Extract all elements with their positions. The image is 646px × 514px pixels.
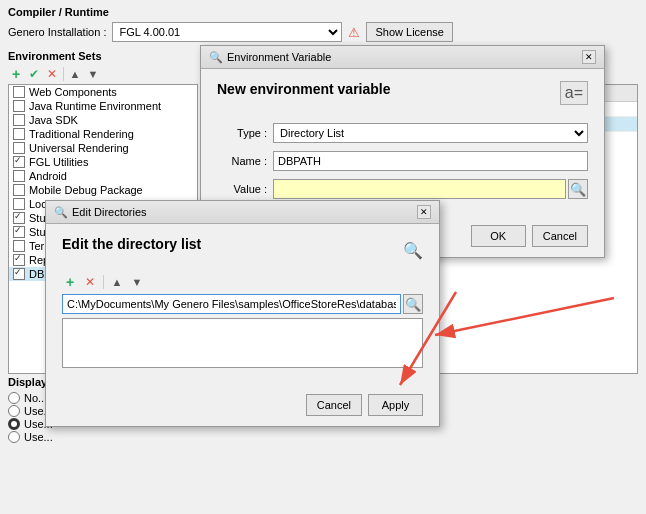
dialog-edit-dirs-title: 🔍 Edit Directories xyxy=(54,206,147,219)
genero-label: Genero Installation : xyxy=(8,26,106,38)
compiler-section: Genero Installation : FGL 4.00.01 ⚠ Show… xyxy=(8,22,638,42)
form-row-name: Name : xyxy=(217,151,588,171)
dialog-edit-dirs-titlebar: 🔍 Edit Directories ✕ xyxy=(46,201,439,224)
list-item[interactable]: FGL Utilities xyxy=(9,155,197,169)
env-sets-title: Environment Sets xyxy=(8,50,198,62)
value-input-group: 🔍 xyxy=(273,179,588,199)
dialog-env-var-titlebar: 🔍 Environment Variable ✕ xyxy=(201,46,604,69)
dialog-edit-dirs-cancel-button[interactable]: Cancel xyxy=(306,394,362,416)
list-item[interactable]: Java Runtime Environment xyxy=(9,99,197,113)
dialog-edit-dirs-body: Edit the directory list 🔍 + ✕ ▲ ▼ 🔍 xyxy=(46,224,439,388)
cb-term xyxy=(13,240,25,252)
dialog-icon: 🔍 xyxy=(209,51,223,64)
warning-icon: ⚠ xyxy=(348,25,360,40)
dir-list-area xyxy=(62,318,423,368)
dialog-edit-dirs: 🔍 Edit Directories ✕ Edit the directory … xyxy=(45,200,440,427)
dialog-env-var-body: New environment variable a= Type : Direc… xyxy=(201,69,604,219)
dialog-env-var-ok-button[interactable]: OK xyxy=(471,225,526,247)
cb-report xyxy=(13,254,25,266)
dialog-edit-dirs-heading: Edit the directory list xyxy=(62,236,201,252)
list-item[interactable]: Universal Rendering xyxy=(9,141,197,155)
cb-web xyxy=(13,86,25,98)
show-license-button[interactable]: Show License xyxy=(366,22,453,42)
list-item[interactable]: Mobile Debug Package xyxy=(9,183,197,197)
cb-locale xyxy=(13,198,25,210)
dirs-magnify-icon: 🔍 xyxy=(403,241,423,260)
dialog-env-var-title: 🔍 Environment Variable xyxy=(209,51,331,64)
cb-android xyxy=(13,170,25,182)
type-select[interactable]: Directory List xyxy=(273,123,588,143)
dialog-env-var-close[interactable]: ✕ xyxy=(582,50,596,64)
dir-sep xyxy=(103,275,104,289)
toolbar-sep1 xyxy=(63,67,64,81)
cb-mobile xyxy=(13,184,25,196)
dir-up-icon[interactable]: ▲ xyxy=(109,274,125,290)
compiler-section-title: Compiler / Runtime xyxy=(8,6,638,18)
cb-studiolib xyxy=(13,212,25,224)
env-sets-add-icon[interactable]: + xyxy=(8,66,24,82)
dialog-search-icon: 🔍 xyxy=(54,206,68,219)
dir-input[interactable] xyxy=(62,294,401,314)
env-sets-down-icon[interactable]: ▼ xyxy=(85,66,101,82)
cb-fgl xyxy=(13,156,25,168)
dir-add-icon[interactable]: + xyxy=(62,274,78,290)
value-input[interactable] xyxy=(273,179,566,199)
radio-dot xyxy=(8,431,20,443)
heading-icon: a= xyxy=(560,81,588,105)
env-sets-toolbar: + ✔ ✕ ▲ ▼ xyxy=(8,66,198,82)
dir-input-row: 🔍 xyxy=(62,294,423,314)
dir-toolbar: + ✕ ▲ ▼ xyxy=(62,274,423,290)
form-row-type: Type : Directory List xyxy=(217,123,588,143)
cb-trad xyxy=(13,128,25,140)
dir-browse-icon: 🔍 xyxy=(405,297,421,312)
genero-select[interactable]: FGL 4.00.01 xyxy=(112,22,342,42)
cb-jre xyxy=(13,100,25,112)
dialog-edit-dirs-close[interactable]: ✕ xyxy=(417,205,431,219)
list-item[interactable]: Java SDK xyxy=(9,113,197,127)
list-item[interactable]: Web Components xyxy=(9,85,197,99)
form-row-value: Value : 🔍 xyxy=(217,179,588,199)
value-label: Value : xyxy=(217,183,267,195)
env-sets-check-icon[interactable]: ✔ xyxy=(26,66,42,82)
dir-delete-icon[interactable]: ✕ xyxy=(82,274,98,290)
name-label: Name : xyxy=(217,155,267,167)
cb-univ xyxy=(13,142,25,154)
cb-db xyxy=(13,268,25,280)
dialog-edit-dirs-apply-button[interactable]: Apply xyxy=(368,394,423,416)
radio-dot xyxy=(8,392,20,404)
magnify-yellow-icon: 🔍 xyxy=(570,182,586,197)
dir-down-icon[interactable]: ▼ xyxy=(129,274,145,290)
radio-dot xyxy=(8,405,20,417)
env-sets-delete-icon[interactable]: ✕ xyxy=(44,66,60,82)
dialog-env-var-cancel-button[interactable]: Cancel xyxy=(532,225,588,247)
value-browse-button[interactable]: 🔍 xyxy=(568,179,588,199)
env-sets-up-icon[interactable]: ▲ xyxy=(67,66,83,82)
dialog-env-var-heading: New environment variable xyxy=(217,81,391,97)
list-item[interactable]: Android xyxy=(9,169,197,183)
type-label: Type : xyxy=(217,127,267,139)
radio-dot-selected xyxy=(8,418,20,430)
cb-java xyxy=(13,114,25,126)
dir-browse-button[interactable]: 🔍 xyxy=(403,294,423,314)
cb-studiolint xyxy=(13,226,25,238)
name-input[interactable] xyxy=(273,151,588,171)
dialog-edit-dirs-footer: Cancel Apply xyxy=(46,388,439,426)
radio-item[interactable]: Use... xyxy=(8,431,638,443)
main-panel: Compiler / Runtime Genero Installation :… xyxy=(0,0,646,514)
list-item[interactable]: Traditional Rendering xyxy=(9,127,197,141)
